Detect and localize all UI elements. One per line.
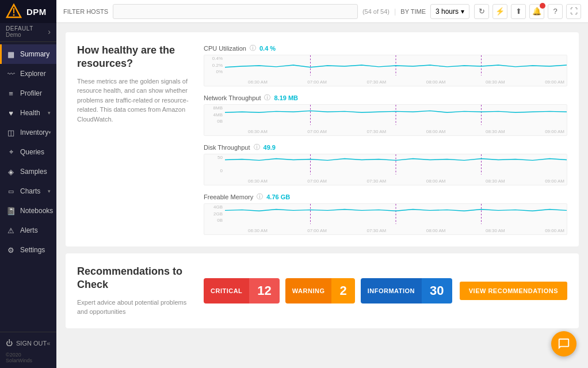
sidebar-item-label: Alerts	[20, 226, 38, 234]
health-icon: ♥	[6, 108, 16, 118]
samples-icon: ◈	[6, 166, 16, 177]
disk-yaxis: 500	[204, 154, 225, 174]
warning-count: 2	[331, 278, 354, 303]
network-yaxis: 8MB4MB0B	[204, 105, 225, 125]
disk-chart: 500	[204, 154, 567, 185]
warning-badge[interactable]: WARNING 2	[285, 278, 355, 303]
warning-label: WARNING	[285, 278, 332, 303]
health-card-title: How healthy are the resources?	[77, 44, 192, 71]
filter-label: FILTER HOSTS	[63, 8, 108, 15]
sidebar-item-queries[interactable]: ⌖ Queries	[0, 142, 56, 162]
chevron-down-icon: ▾	[48, 110, 51, 116]
memory-yaxis: 4GB2GB0B	[204, 204, 225, 224]
memory-value: 4.76 GB	[266, 194, 290, 200]
sidebar-item-settings[interactable]: ⚙ Settings	[0, 240, 56, 260]
sign-out-label: SIGN OUT	[16, 340, 47, 347]
cpu-chart: 0.4%0.2%0%	[204, 55, 567, 86]
fullscreen-button[interactable]: ⛶	[566, 4, 581, 19]
disk-xaxis: 06:30 AM07:00 AM07:30 AM08:00 AM08:30 AM…	[246, 177, 567, 185]
time-select[interactable]: 3 hours ▾	[430, 4, 469, 19]
sidebar-item-samples[interactable]: ◈ Samples	[0, 162, 56, 181]
chevron-down-icon: ▾	[48, 130, 51, 135]
sidebar-item-label: Settings	[20, 246, 45, 254]
main-area: FILTER HOSTS (54 of 54) | BY TIME 3 hour…	[56, 0, 588, 368]
sidebar-item-notebooks[interactable]: 📓 Notebooks	[0, 201, 56, 221]
network-xaxis: 06:30 AM07:00 AM07:30 AM08:00 AM08:30 AM…	[246, 128, 567, 135]
notifications-button[interactable]: 🔔	[529, 4, 544, 19]
separator: |	[394, 7, 396, 16]
recs-right: CRITICAL 12 WARNING 2 INFORMATION 30 VIE…	[204, 278, 567, 303]
disk-info-icon[interactable]: ⓘ	[254, 143, 260, 151]
health-card-charts: CPU Utilization ⓘ 0.4 % 0.4%0.2%0%	[204, 44, 567, 235]
memory-xaxis: 06:30 AM07:00 AM07:30 AM08:00 AM08:30 AM…	[246, 227, 567, 234]
health-card-desc: These metrics are the golden signals of …	[77, 77, 192, 124]
topbar: FILTER HOSTS (54 of 54) | BY TIME 3 hour…	[56, 0, 588, 23]
sidebar-item-label: Profiler	[20, 89, 42, 97]
filter-count: (54 of 54)	[362, 8, 390, 15]
footer-text: ©2020SolarWinds	[6, 352, 51, 363]
network-value: 8.19 MB	[274, 94, 298, 101]
memory-chart-section: Freeable Memory ⓘ 4.76 GB 4GB2GB0B	[204, 192, 567, 235]
chat-button[interactable]	[551, 331, 576, 356]
sidebar-item-explorer[interactable]: 〰 Explorer	[0, 64, 56, 84]
share-button[interactable]: ⬆	[511, 4, 526, 19]
by-time-label: BY TIME	[400, 8, 426, 15]
time-value: 3 hours	[436, 7, 459, 16]
queries-icon: ⌖	[6, 147, 16, 157]
recs-title: Recommendations to Check	[77, 265, 192, 292]
sidebar-item-label: Health	[20, 109, 40, 117]
sidebar-item-label: Explorer	[20, 70, 46, 78]
collapse-button[interactable]: «	[47, 340, 50, 347]
disk-label: Disk Throughput	[204, 144, 250, 151]
sidebar-item-health[interactable]: ♥ Health ▾	[0, 103, 56, 123]
sidebar-nav: ▦ Summary 〰 Explorer ≡ Profiler ♥ Health…	[0, 42, 56, 332]
sign-out-button[interactable]: ⏻ SIGN OUT «	[6, 337, 51, 350]
account-sub: Demo	[6, 32, 33, 38]
cpu-info-icon[interactable]: ⓘ	[250, 44, 256, 52]
critical-count: 12	[249, 278, 279, 303]
health-card-left: How healthy are the resources? These met…	[77, 44, 192, 235]
info-label: INFORMATION	[361, 278, 422, 303]
memory-info-icon[interactable]: ⓘ	[257, 192, 263, 201]
account-section: DEFAULT Demo ›	[0, 23, 56, 42]
lightning-button[interactable]: ⚡	[492, 4, 507, 19]
summary-icon: ▦	[6, 49, 16, 59]
memory-label: Freeable Memory	[204, 194, 253, 200]
sidebar-item-summary[interactable]: ▦ Summary	[0, 44, 56, 64]
sidebar-header: DPM	[0, 0, 56, 23]
network-info-icon[interactable]: ⓘ	[264, 93, 270, 102]
info-badge[interactable]: INFORMATION 30	[361, 278, 452, 303]
cpu-value: 0.4 %	[259, 45, 276, 52]
sidebar-item-charts[interactable]: ▭ Charts ▾	[0, 181, 56, 201]
memory-chart: 4GB2GB0B	[204, 203, 567, 235]
inventory-icon: ◫	[6, 127, 16, 138]
disk-chart-area: 06:30 AM07:00 AM07:30 AM08:00 AM08:30 AM…	[225, 154, 567, 185]
cpu-xaxis: 06:30 AM07:00 AM07:30 AM08:00 AM08:30 AM…	[246, 78, 567, 86]
recommendations-card: Recommendations to Check Expert advice a…	[66, 253, 579, 328]
sidebar: DPM DEFAULT Demo › ▦ Summary 〰 Explorer …	[0, 0, 56, 368]
disk-chart-section: Disk Throughput ⓘ 49.9 500	[204, 143, 567, 185]
info-count: 30	[422, 278, 452, 303]
sidebar-item-inventory[interactable]: ◫ Inventory ▾	[0, 123, 56, 142]
sidebar-item-label: Queries	[20, 148, 44, 156]
sidebar-item-profiler[interactable]: ≡ Profiler	[0, 84, 56, 103]
sidebar-item-label: Notebooks	[20, 207, 53, 215]
network-chart-area: 06:30 AM07:00 AM07:30 AM08:00 AM08:30 AM…	[225, 105, 567, 135]
sidebar-item-alerts[interactable]: ⚠ Alerts	[0, 221, 56, 240]
svg-point-2	[13, 14, 15, 16]
filter-input[interactable]	[113, 4, 358, 19]
refresh-button[interactable]: ↻	[474, 4, 489, 19]
help-button[interactable]: ?	[548, 4, 563, 19]
expand-icon[interactable]: ›	[48, 27, 51, 36]
network-label: Network Throughput	[204, 94, 261, 101]
critical-badge[interactable]: CRITICAL 12	[204, 278, 280, 303]
profiler-icon: ≡	[6, 88, 16, 98]
recs-desc: Expert advice about potential problems a…	[77, 298, 192, 317]
view-recommendations-button[interactable]: VIEW RECOMMENDATIONS	[460, 282, 567, 300]
critical-label: CRITICAL	[204, 278, 249, 303]
health-card: How healthy are the resources? These met…	[66, 32, 579, 246]
network-chart-section: Network Throughput ⓘ 8.19 MB 8MB4MB0B	[204, 93, 567, 136]
chevron-down-icon: ▾	[48, 188, 51, 194]
cpu-chart-section: CPU Utilization ⓘ 0.4 % 0.4%0.2%0%	[204, 44, 567, 86]
chevron-down-icon: ▾	[461, 7, 464, 16]
